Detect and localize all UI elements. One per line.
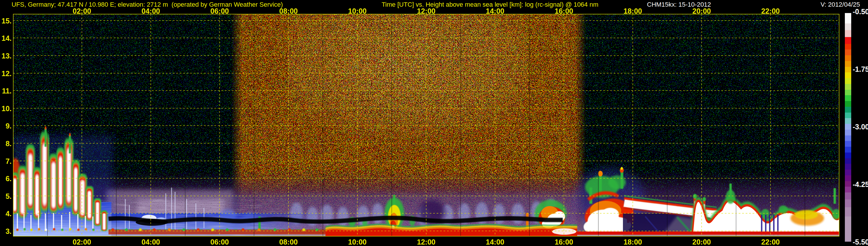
x-tick-bottom: 04:00 xyxy=(135,238,167,246)
x-tick-bottom: 20:00 xyxy=(686,238,717,246)
colorbar-tick: -4.25 xyxy=(852,180,868,189)
x-tick-bottom: 06:00 xyxy=(204,238,236,246)
x-tick-bottom: 12:00 xyxy=(410,238,442,246)
y-tick: 7. xyxy=(0,157,11,165)
x-tick-bottom: 02:00 xyxy=(66,238,98,246)
storm-clouds xyxy=(13,126,113,231)
y-tick: 9. xyxy=(0,122,11,130)
colorbar-tick: -3.00 xyxy=(852,123,868,131)
y-tick: 15. xyxy=(0,17,11,25)
y-tick: 5. xyxy=(0,192,11,201)
y-tick: 14. xyxy=(0,34,11,42)
colorbar xyxy=(845,13,851,242)
x-tick-bottom: 18:00 xyxy=(617,238,649,246)
y-tick: 12. xyxy=(0,69,11,78)
colorbar-tick: -5.50 xyxy=(852,238,868,246)
y-tick: 10. xyxy=(0,104,11,113)
x-tick-bottom: 14:00 xyxy=(479,238,511,246)
ceilometer-quicklook: UFS, Germany; 47.417 N / 10.980 E; eleva… xyxy=(0,0,868,246)
colorbar-tick: -1.75 xyxy=(852,65,868,73)
x-tick-bottom: 16:00 xyxy=(548,238,580,246)
y-tick: 8. xyxy=(0,140,11,148)
y-tick: 3. xyxy=(0,227,11,236)
y-tick: 13. xyxy=(0,52,11,60)
colorbar-tick: -0.50 xyxy=(852,7,868,16)
lidar-heatmap xyxy=(13,14,839,237)
y-tick: 6. xyxy=(0,175,11,183)
x-tick-bottom: 22:00 xyxy=(754,238,786,246)
x-tick-bottom: 10:00 xyxy=(341,238,373,246)
x-tick-bottom: 08:00 xyxy=(273,238,304,246)
lidar-heatmap-canvas xyxy=(13,14,839,237)
y-tick: 4. xyxy=(0,210,11,218)
y-tick: 11. xyxy=(0,87,11,95)
